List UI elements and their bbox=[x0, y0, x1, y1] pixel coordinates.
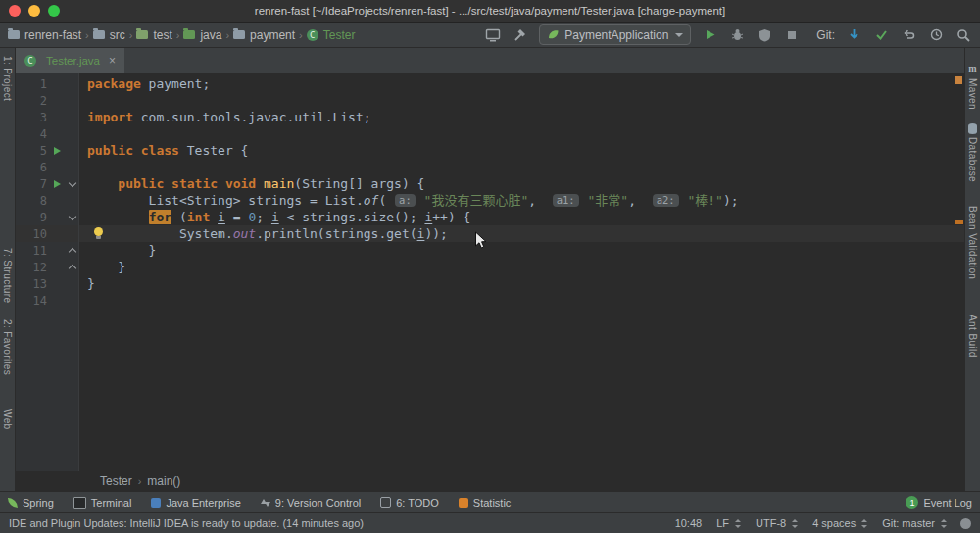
gutter-row: 3 bbox=[16, 109, 78, 125]
status-widget-10-48[interactable]: 10:48 bbox=[675, 517, 703, 529]
fold-open-icon[interactable] bbox=[69, 212, 76, 219]
run-line-icon[interactable] bbox=[54, 147, 61, 155]
status-widget-utf-8[interactable]: UTF-8 bbox=[756, 517, 798, 529]
tool-window-label: 2: Favorites bbox=[2, 319, 13, 375]
line-number[interactable]: 3 bbox=[16, 111, 51, 124]
hector-inspection-icon[interactable] bbox=[960, 518, 971, 529]
history-button[interactable] bbox=[927, 26, 945, 44]
statistic-icon bbox=[459, 498, 468, 508]
code-token: System. bbox=[87, 226, 233, 241]
minimize-window-button[interactable] bbox=[28, 5, 40, 17]
close-tab-icon[interactable] bbox=[109, 55, 116, 67]
tool-window-label: Database bbox=[967, 137, 978, 182]
editor-breadcrumb-main[interactable]: main() bbox=[147, 474, 180, 488]
tab-tester-java[interactable]: Tester.java bbox=[16, 48, 124, 73]
code-line[interactable]: System.out.println(strings.get(i)); bbox=[79, 225, 964, 242]
warning-stripe-mark[interactable] bbox=[955, 220, 963, 224]
search-everywhere-icon[interactable] bbox=[955, 26, 972, 44]
code-line[interactable]: } bbox=[79, 275, 964, 292]
line-number[interactable]: 7 bbox=[16, 177, 51, 191]
run-button[interactable] bbox=[701, 26, 718, 44]
code-line[interactable] bbox=[79, 292, 964, 309]
code-line[interactable]: import com.sun.tools.javac.util.List; bbox=[79, 109, 964, 125]
vcs-icon bbox=[261, 498, 270, 508]
line-number[interactable]: 14 bbox=[16, 294, 51, 308]
fold-close-icon[interactable] bbox=[69, 247, 76, 255]
run-configuration-select[interactable]: PaymentApplication bbox=[539, 24, 691, 45]
tool-window-button-6-todo[interactable]: 6: TODO bbox=[380, 497, 439, 509]
code-line[interactable]: public class Tester { bbox=[79, 142, 964, 159]
stop-button[interactable] bbox=[783, 26, 801, 44]
restore-layout-icon[interactable] bbox=[484, 26, 502, 44]
titlebar: renren-fast [~/IdeaProjects/renren-fast]… bbox=[0, 0, 980, 23]
status-widget-4-spaces[interactable]: 4 spaces bbox=[812, 517, 867, 529]
line-number[interactable]: 6 bbox=[16, 161, 51, 174]
code-line[interactable] bbox=[79, 159, 964, 175]
breadcrumb-item-payment[interactable]: payment bbox=[233, 28, 295, 42]
tool-window-button-2-favorites[interactable]: 2: Favorites bbox=[2, 319, 13, 375]
event-log-button[interactable]: 1 Event Log bbox=[906, 496, 972, 509]
code-line[interactable]: public static void main(String[] args) { bbox=[79, 175, 964, 192]
tool-window-button-web[interactable]: Web bbox=[2, 409, 13, 430]
tool-window-button-spring[interactable]: Spring bbox=[8, 497, 54, 509]
line-number[interactable]: 2 bbox=[16, 94, 51, 108]
tool-window-button-java-enterprise[interactable]: Java Enterprise bbox=[151, 497, 240, 509]
close-window-button[interactable] bbox=[9, 5, 21, 17]
line-number[interactable]: 9 bbox=[16, 211, 51, 224]
inspection-warning-marker[interactable] bbox=[955, 76, 962, 84]
tool-window-button-statistic[interactable]: Statistic bbox=[459, 497, 512, 509]
line-number[interactable]: 5 bbox=[16, 144, 51, 158]
line-number[interactable]: 10 bbox=[16, 227, 51, 241]
status-widget-git-master[interactable]: Git: master bbox=[882, 517, 947, 529]
editor[interactable]: 1234567891011121314 package payment;impo… bbox=[16, 73, 964, 471]
zoom-window-button[interactable] bbox=[48, 5, 60, 17]
status-message[interactable]: IDE and Plugin Updates: IntelliJ IDEA is… bbox=[9, 517, 675, 529]
code-line[interactable]: for (int i = 0; i < strings.size(); i++)… bbox=[79, 209, 964, 225]
class-icon bbox=[307, 29, 318, 41]
code-line[interactable]: package payment; bbox=[79, 75, 964, 92]
breadcrumb-item-tester[interactable]: Tester bbox=[307, 28, 356, 42]
tool-window-button-7-structure[interactable]: 7: Structure bbox=[2, 248, 13, 304]
tool-window-button-ant-build[interactable]: Ant Build bbox=[967, 315, 978, 358]
dropdown-caret-icon bbox=[860, 519, 867, 528]
fold-close-icon[interactable] bbox=[69, 264, 76, 271]
editor-breadcrumb-tester[interactable]: Tester bbox=[100, 474, 132, 488]
tool-window-button-terminal[interactable]: Terminal bbox=[74, 497, 132, 509]
git-rollback-button[interactable] bbox=[900, 26, 917, 44]
tool-window-button-database[interactable]: Database bbox=[967, 123, 978, 182]
fold-open-icon[interactable] bbox=[69, 178, 76, 186]
tool-window-button-9-version-control[interactable]: 9: Version Control bbox=[261, 497, 361, 509]
build-project-icon[interactable] bbox=[512, 26, 529, 44]
line-number[interactable]: 11 bbox=[16, 244, 51, 258]
line-number[interactable]: 8 bbox=[16, 194, 51, 208]
code-token: ; bbox=[256, 210, 271, 224]
code-line[interactable]: } bbox=[79, 242, 964, 259]
run-line-icon[interactable] bbox=[54, 180, 61, 188]
code-line[interactable]: List<String> strings = List.of( a: "我没有三… bbox=[79, 192, 964, 209]
code-line[interactable] bbox=[79, 92, 964, 109]
breadcrumb-label: java bbox=[200, 28, 221, 42]
line-number[interactable]: 4 bbox=[16, 127, 51, 141]
code-area[interactable]: package payment;import com.sun.tools.jav… bbox=[79, 73, 964, 471]
navigation-bar: renren-fast›src›test›java›payment›Tester… bbox=[0, 23, 980, 48]
code-line[interactable] bbox=[79, 125, 964, 142]
line-number[interactable]: 1 bbox=[16, 77, 51, 91]
parameter-hint: a: bbox=[395, 194, 416, 207]
tool-window-button-1-project[interactable]: 1: Project bbox=[2, 56, 13, 101]
code-line[interactable]: } bbox=[79, 259, 964, 275]
line-number[interactable]: 12 bbox=[16, 261, 51, 274]
tool-window-button-maven[interactable]: Maven bbox=[967, 58, 978, 110]
line-number[interactable]: 13 bbox=[16, 277, 51, 291]
breadcrumb-item-renren-fast[interactable]: renren-fast bbox=[8, 28, 81, 42]
git-update-button[interactable] bbox=[845, 26, 862, 44]
tool-window-button-bean-validation[interactable]: Bean Validation bbox=[967, 206, 978, 279]
git-commit-button[interactable] bbox=[872, 26, 890, 44]
debug-button[interactable] bbox=[728, 26, 746, 44]
breadcrumb-item-java[interactable]: java bbox=[183, 28, 221, 42]
source-folder-icon bbox=[183, 30, 195, 39]
breadcrumb-item-src[interactable]: src bbox=[93, 28, 125, 42]
breadcrumb-item-test[interactable]: test bbox=[136, 28, 172, 42]
intention-bulb-icon[interactable] bbox=[94, 227, 103, 236]
status-widget-lf[interactable]: LF bbox=[716, 517, 741, 529]
coverage-button[interactable] bbox=[756, 26, 773, 44]
